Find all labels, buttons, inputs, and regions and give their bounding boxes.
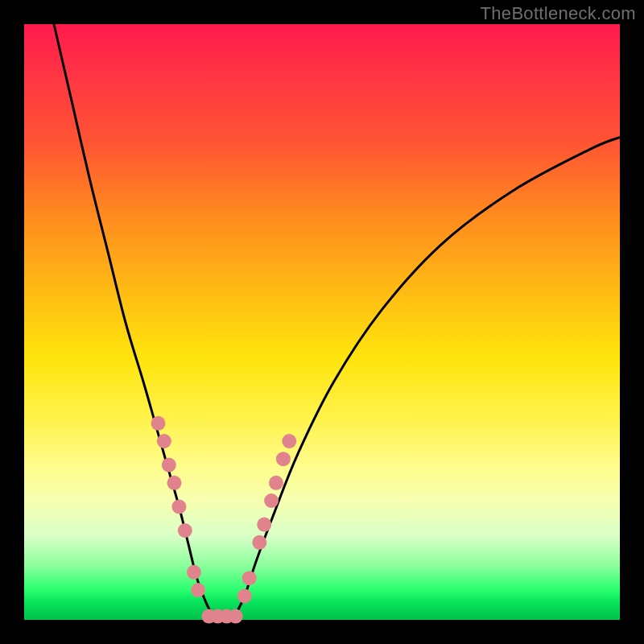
data-marker	[167, 476, 181, 490]
chart-svg	[24, 24, 620, 620]
curves-group	[54, 24, 620, 620]
data-marker	[187, 565, 201, 580]
data-marker	[264, 493, 279, 508]
watermark-text: TheBottleneck.com	[481, 3, 636, 24]
data-marker	[162, 458, 176, 473]
data-marker	[178, 523, 192, 538]
data-marker	[276, 452, 291, 466]
data-marker	[252, 535, 266, 550]
data-marker	[157, 434, 171, 448]
data-marker	[282, 434, 296, 448]
data-marker	[151, 416, 166, 431]
data-marker	[171, 499, 186, 514]
chart-frame: TheBottleneck.com	[0, 0, 644, 644]
data-marker	[237, 588, 252, 603]
data-marker	[257, 518, 271, 532]
data-marker	[191, 583, 205, 597]
data-marker	[242, 571, 257, 585]
data-marker	[229, 609, 243, 624]
curve-right-curve	[233, 138, 620, 620]
markers-group	[151, 416, 297, 624]
data-marker	[269, 476, 283, 490]
